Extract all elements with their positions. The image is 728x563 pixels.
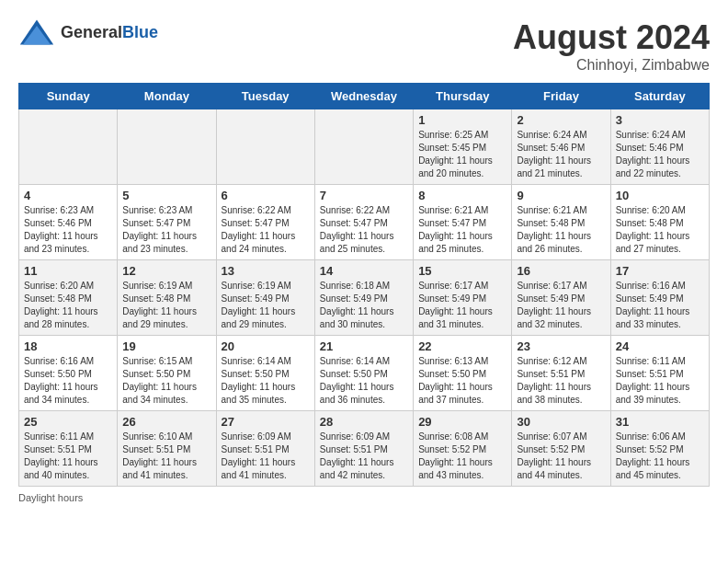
day-info: Sunrise: 6:23 AM Sunset: 5:47 PM Dayligh… bbox=[122, 204, 210, 256]
day-number: 20 bbox=[222, 339, 310, 353]
day-number: 4 bbox=[24, 189, 112, 202]
calendar-cell: 12Sunrise: 6:19 AM Sunset: 5:48 PM Dayli… bbox=[118, 260, 216, 336]
day-info: Sunrise: 6:16 AM Sunset: 5:50 PM Dayligh… bbox=[24, 355, 112, 407]
calendar-cell: 29Sunrise: 6:08 AM Sunset: 5:52 PM Dayli… bbox=[414, 411, 512, 487]
calendar-cell: 26Sunrise: 6:10 AM Sunset: 5:51 PM Dayli… bbox=[118, 411, 216, 487]
calendar-table: Sunday Monday Tuesday Wednesday Thursday… bbox=[18, 83, 710, 487]
calendar-cell: 27Sunrise: 6:09 AM Sunset: 5:51 PM Dayli… bbox=[216, 411, 314, 487]
calendar-week-3: 11Sunrise: 6:20 AM Sunset: 5:48 PM Dayli… bbox=[19, 260, 710, 336]
calendar-cell: 17Sunrise: 6:16 AM Sunset: 5:49 PM Dayli… bbox=[610, 260, 709, 336]
day-info: Sunrise: 6:09 AM Sunset: 5:51 PM Dayligh… bbox=[320, 431, 408, 482]
calendar-cell: 16Sunrise: 6:17 AM Sunset: 5:49 PM Dayli… bbox=[512, 260, 610, 336]
day-info: Sunrise: 6:23 AM Sunset: 5:46 PM Dayligh… bbox=[24, 204, 112, 256]
day-info: Sunrise: 6:06 AM Sunset: 5:52 PM Dayligh… bbox=[616, 431, 704, 482]
day-number: 13 bbox=[222, 264, 310, 278]
day-info: Sunrise: 6:25 AM Sunset: 5:45 PM Dayligh… bbox=[418, 129, 506, 180]
day-number: 28 bbox=[320, 415, 408, 429]
day-number: 11 bbox=[24, 264, 112, 278]
calendar-week-4: 18Sunrise: 6:16 AM Sunset: 5:50 PM Dayli… bbox=[19, 336, 710, 411]
calendar-cell: 28Sunrise: 6:09 AM Sunset: 5:51 PM Dayli… bbox=[314, 411, 413, 487]
calendar-cell: 31Sunrise: 6:06 AM Sunset: 5:52 PM Dayli… bbox=[610, 411, 709, 487]
day-info: Sunrise: 6:22 AM Sunset: 5:47 PM Dayligh… bbox=[222, 204, 310, 256]
day-number: 14 bbox=[320, 264, 408, 278]
day-info: Sunrise: 6:16 AM Sunset: 5:49 PM Dayligh… bbox=[616, 280, 704, 331]
logo-general: General bbox=[61, 23, 122, 41]
col-wednesday: Wednesday bbox=[314, 84, 413, 109]
day-number: 5 bbox=[122, 189, 210, 202]
col-monday: Monday bbox=[118, 84, 216, 109]
calendar-cell bbox=[118, 109, 216, 185]
calendar-body: 1Sunrise: 6:25 AM Sunset: 5:45 PM Daylig… bbox=[19, 109, 710, 487]
col-saturday: Saturday bbox=[610, 84, 709, 109]
calendar-cell: 24Sunrise: 6:11 AM Sunset: 5:51 PM Dayli… bbox=[610, 336, 709, 411]
day-info: Sunrise: 6:15 AM Sunset: 5:50 PM Dayligh… bbox=[122, 355, 210, 407]
calendar-cell: 30Sunrise: 6:07 AM Sunset: 5:52 PM Dayli… bbox=[512, 411, 610, 487]
day-number: 8 bbox=[418, 189, 506, 202]
day-info: Sunrise: 6:21 AM Sunset: 5:48 PM Dayligh… bbox=[517, 204, 605, 256]
logo-blue: Blue bbox=[122, 23, 158, 41]
logo: GeneralBlue bbox=[18, 18, 158, 46]
calendar-cell: 14Sunrise: 6:18 AM Sunset: 5:49 PM Dayli… bbox=[314, 260, 413, 336]
title-block: August 2024 Chinhoyi, Zimbabwe bbox=[513, 18, 710, 74]
calendar-week-5: 25Sunrise: 6:11 AM Sunset: 5:51 PM Dayli… bbox=[19, 411, 710, 487]
day-info: Sunrise: 6:11 AM Sunset: 5:51 PM Dayligh… bbox=[24, 431, 112, 482]
day-number: 2 bbox=[517, 113, 605, 127]
calendar-cell: 23Sunrise: 6:12 AM Sunset: 5:51 PM Dayli… bbox=[512, 336, 610, 411]
day-number: 30 bbox=[517, 415, 605, 429]
calendar-cell: 25Sunrise: 6:11 AM Sunset: 5:51 PM Dayli… bbox=[19, 411, 118, 487]
header-row: Sunday Monday Tuesday Wednesday Thursday… bbox=[19, 84, 710, 109]
day-number: 22 bbox=[418, 339, 506, 353]
day-number: 21 bbox=[320, 339, 408, 353]
calendar-cell: 15Sunrise: 6:17 AM Sunset: 5:49 PM Dayli… bbox=[414, 260, 512, 336]
day-info: Sunrise: 6:09 AM Sunset: 5:51 PM Dayligh… bbox=[222, 431, 310, 482]
calendar-cell: 4Sunrise: 6:23 AM Sunset: 5:46 PM Daylig… bbox=[19, 185, 118, 260]
calendar-cell: 21Sunrise: 6:14 AM Sunset: 5:50 PM Dayli… bbox=[314, 336, 413, 411]
day-info: Sunrise: 6:19 AM Sunset: 5:49 PM Dayligh… bbox=[222, 280, 310, 331]
day-info: Sunrise: 6:11 AM Sunset: 5:51 PM Dayligh… bbox=[616, 355, 704, 407]
calendar-cell: 19Sunrise: 6:15 AM Sunset: 5:50 PM Dayli… bbox=[118, 336, 216, 411]
day-info: Sunrise: 6:22 AM Sunset: 5:47 PM Dayligh… bbox=[320, 204, 408, 256]
calendar-cell: 8Sunrise: 6:21 AM Sunset: 5:47 PM Daylig… bbox=[414, 185, 512, 260]
location: Chinhoyi, Zimbabwe bbox=[513, 57, 710, 74]
day-info: Sunrise: 6:13 AM Sunset: 5:50 PM Dayligh… bbox=[418, 355, 506, 407]
day-number: 27 bbox=[222, 415, 310, 429]
calendar-cell: 13Sunrise: 6:19 AM Sunset: 5:49 PM Dayli… bbox=[216, 260, 314, 336]
page-header: GeneralBlue August 2024 Chinhoyi, Zimbab… bbox=[18, 18, 710, 74]
day-number: 16 bbox=[517, 264, 605, 278]
footer-note: Daylight hours bbox=[18, 492, 710, 503]
day-number: 7 bbox=[320, 189, 408, 202]
calendar-week-1: 1Sunrise: 6:25 AM Sunset: 5:45 PM Daylig… bbox=[19, 109, 710, 185]
day-number: 18 bbox=[24, 339, 112, 353]
day-number: 6 bbox=[222, 189, 310, 202]
calendar-cell: 1Sunrise: 6:25 AM Sunset: 5:45 PM Daylig… bbox=[414, 109, 512, 185]
daylight-hours-label: Daylight hours bbox=[18, 492, 83, 503]
calendar-cell: 3Sunrise: 6:24 AM Sunset: 5:46 PM Daylig… bbox=[610, 109, 709, 185]
day-info: Sunrise: 6:08 AM Sunset: 5:52 PM Dayligh… bbox=[418, 431, 506, 482]
day-number: 26 bbox=[122, 415, 210, 429]
calendar-cell bbox=[19, 109, 118, 185]
day-info: Sunrise: 6:10 AM Sunset: 5:51 PM Dayligh… bbox=[122, 431, 210, 482]
calendar-cell: 5Sunrise: 6:23 AM Sunset: 5:47 PM Daylig… bbox=[118, 185, 216, 260]
day-info: Sunrise: 6:21 AM Sunset: 5:47 PM Dayligh… bbox=[418, 204, 506, 256]
day-info: Sunrise: 6:07 AM Sunset: 5:52 PM Dayligh… bbox=[517, 431, 605, 482]
day-number: 10 bbox=[616, 189, 704, 202]
col-thursday: Thursday bbox=[414, 84, 512, 109]
calendar-cell: 20Sunrise: 6:14 AM Sunset: 5:50 PM Dayli… bbox=[216, 336, 314, 411]
day-info: Sunrise: 6:20 AM Sunset: 5:48 PM Dayligh… bbox=[24, 280, 112, 331]
day-number: 9 bbox=[517, 189, 605, 202]
day-info: Sunrise: 6:24 AM Sunset: 5:46 PM Dayligh… bbox=[517, 129, 605, 180]
day-info: Sunrise: 6:14 AM Sunset: 5:50 PM Dayligh… bbox=[222, 355, 310, 407]
col-tuesday: Tuesday bbox=[216, 84, 314, 109]
day-info: Sunrise: 6:14 AM Sunset: 5:50 PM Dayligh… bbox=[320, 355, 408, 407]
calendar-cell bbox=[216, 109, 314, 185]
day-number: 19 bbox=[122, 339, 210, 353]
day-number: 12 bbox=[122, 264, 210, 278]
calendar-cell bbox=[314, 109, 413, 185]
day-number: 3 bbox=[616, 113, 704, 127]
calendar-cell: 7Sunrise: 6:22 AM Sunset: 5:47 PM Daylig… bbox=[314, 185, 413, 260]
calendar-header: Sunday Monday Tuesday Wednesday Thursday… bbox=[19, 84, 710, 109]
day-info: Sunrise: 6:17 AM Sunset: 5:49 PM Dayligh… bbox=[517, 280, 605, 331]
calendar-cell: 9Sunrise: 6:21 AM Sunset: 5:48 PM Daylig… bbox=[512, 185, 610, 260]
day-number: 15 bbox=[418, 264, 506, 278]
day-info: Sunrise: 6:12 AM Sunset: 5:51 PM Dayligh… bbox=[517, 355, 605, 407]
